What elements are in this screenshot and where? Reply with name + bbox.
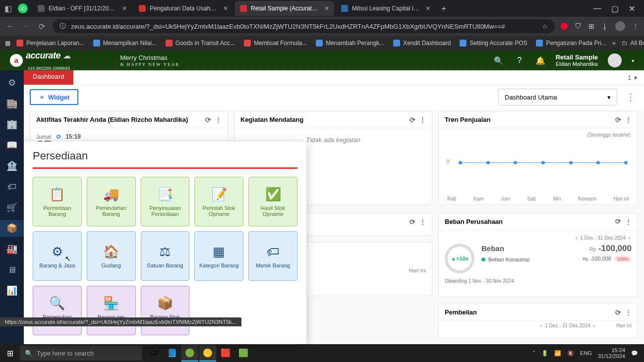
taskbar-chrome-icon[interactable]: 🟢	[181, 345, 198, 362]
tile-kategori-barang[interactable]: ▦Kategori Barang	[194, 231, 243, 281]
kebab-menu-icon[interactable]: ⋮	[623, 92, 638, 103]
tab-dashboard[interactable]: Dashboard	[24, 70, 73, 85]
all-bookmarks-button[interactable]: 🗀All Bookmarks	[619, 39, 644, 48]
sidebar-book-icon[interactable]: 📖	[0, 137, 24, 154]
tab-3[interactable]: Mitsui Leasing Capital Indonesi ✕	[336, 1, 435, 16]
volume-icon[interactable]: 🔇	[567, 350, 574, 357]
close-icon[interactable]: ✕	[324, 5, 329, 12]
star-icon[interactable]: ☆	[542, 23, 548, 30]
sidebar-bank-icon[interactable]: 🏦	[0, 157, 24, 174]
close-icon[interactable]: ✕	[122, 5, 127, 12]
url-input[interactable]: ⓘ zeus.accurate.id/accurate/?_dsi=Uk5Hej…	[53, 19, 555, 33]
prev-period-icon[interactable]: ‹	[539, 323, 543, 328]
dashboard-select[interactable]: Dashboard Utama ▾	[498, 89, 617, 105]
taskbar-notepad-icon[interactable]: 📘	[164, 345, 180, 362]
profile-icon[interactable]	[615, 21, 625, 31]
bookmark-item[interactable]: Pengaturan Pada Pri...	[533, 39, 609, 48]
tile-merek-barang[interactable]: 🏷Merek Barang	[248, 231, 297, 281]
tray-chevron-icon[interactable]: ˄	[532, 350, 535, 357]
bookmark-item[interactable]: Menampilkan Nilai...	[90, 39, 160, 48]
add-widget-button[interactable]: ＋ Widget	[30, 89, 78, 105]
notifications-icon[interactable]: 💬	[631, 350, 638, 357]
apps-icon[interactable]: ▦	[5, 40, 10, 47]
tile-permintaan-barang[interactable]: 📋Permintaan Barang	[33, 177, 82, 226]
sidebar-cashier-icon[interactable]: 🏬	[0, 95, 24, 112]
maximize-icon[interactable]: ▢	[611, 4, 619, 13]
refresh-icon[interactable]: ⟳	[615, 309, 621, 316]
taskbar-search[interactable]: 🔍 Type here to search	[20, 346, 142, 361]
refresh-icon[interactable]: ⟳	[410, 218, 415, 226]
avatar[interactable]	[608, 53, 622, 67]
extension-red-icon[interactable]	[561, 23, 568, 30]
next-period-icon[interactable]: ›	[592, 323, 596, 328]
bookmark-item[interactable]: Membuat Formula...	[241, 39, 310, 48]
sidebar-report-icon[interactable]: 📊	[0, 282, 24, 299]
taskbar-explorer-icon[interactable]: 🗂	[146, 345, 163, 362]
download-icon[interactable]: ⭳	[601, 22, 608, 30]
whatsapp-icon[interactable]: ✆	[18, 3, 28, 13]
close-window-icon[interactable]: ✕	[629, 4, 635, 13]
tile-gudang[interactable]: 🏠Gudang	[87, 231, 136, 281]
close-icon[interactable]: ✕	[223, 5, 228, 12]
minimize-icon[interactable]: —	[593, 4, 601, 13]
tile-barang-stok-minimum[interactable]: 📦Barang Stok Minimum	[141, 286, 190, 335]
tile-perintah-stok-opname[interactable]: 📝Perintah Stok Opname	[194, 177, 243, 226]
reload-icon[interactable]: ⟳	[37, 22, 47, 31]
bookmark-item[interactable]: Menambah Perangk...	[313, 39, 387, 48]
tile-hasil-stok-opname[interactable]: ✅Hasil Stok Opname	[248, 177, 297, 226]
bookmark-item[interactable]: Goods in Transit Acc...	[163, 39, 238, 48]
taskbar-chrome2-icon[interactable]: 🟡	[199, 345, 216, 362]
sidebar-settings-icon[interactable]: ⚙	[0, 74, 24, 91]
taskbar-excel-icon[interactable]: 🟩	[235, 345, 252, 362]
kebab-menu-icon[interactable]: ⋮	[625, 116, 632, 123]
search-icon[interactable]: 🔍	[493, 55, 504, 66]
kebab-menu-icon[interactable]: ⋮	[419, 116, 426, 123]
tile-satuan-barang[interactable]: ⚖Satuan Barang	[141, 231, 190, 281]
tile-barang-jasa[interactable]: ⚙Barang & Jasa	[33, 231, 82, 281]
sidebar-asset-icon[interactable]: 🖥	[0, 261, 24, 278]
refresh-icon[interactable]: ⟳	[410, 116, 415, 124]
tile-penyesuaian-persediaan[interactable]: 📑Penyesuaian Persediaan	[141, 177, 190, 226]
wifi-icon[interactable]: 📶	[554, 350, 561, 357]
recent-tabs-icon[interactable]: ◧	[3, 3, 13, 13]
shield-icon[interactable]: ⛉	[575, 22, 582, 30]
refresh-icon[interactable]: ⟳	[615, 217, 621, 225]
sidebar-tag-icon[interactable]: 🏷	[0, 178, 24, 195]
sidebar-factory-icon[interactable]: 🏭	[0, 241, 24, 258]
refresh-icon[interactable]: ⟳	[205, 116, 211, 124]
help-icon[interactable]: ?	[514, 55, 525, 66]
bookmark-item[interactable]: Xendit Dashboard	[390, 39, 454, 48]
tab-0[interactable]: Eldian - OFF [31/12/2024] | #86 ✕	[33, 1, 132, 16]
kebab-menu-icon[interactable]: ⋮	[625, 218, 632, 225]
taskbar-clock[interactable]: 15:24 31/12/2024	[598, 347, 625, 359]
tile-pemenuhan-pesanan[interactable]: 🔍Pemenuhan Pesanan	[33, 286, 82, 335]
kebab-menu-icon[interactable]: ⋮	[632, 22, 639, 30]
extensions-icon[interactable]: ⊞	[588, 22, 594, 30]
bell-icon[interactable]: 🔔	[535, 55, 546, 66]
prev-period-icon[interactable]: ‹	[574, 235, 579, 241]
new-tab-button[interactable]: ＋	[437, 2, 450, 15]
tab-1[interactable]: Pengaturan Data Usaha ACCUR ✕	[134, 1, 233, 16]
bookmark-item[interactable]: Setting Accurate POS	[457, 39, 530, 48]
sidebar-cart-icon[interactable]: 🛒	[0, 199, 24, 216]
next-period-icon[interactable]: ›	[627, 235, 632, 241]
lang-indicator[interactable]: ENG	[580, 350, 592, 356]
chevron-down-icon[interactable]: ▾	[634, 74, 637, 81]
bookmark-item[interactable]: Penjelasan Laporan...	[13, 39, 87, 48]
tile-barang-per-gudang[interactable]: 🏪Barang per Gudang	[87, 286, 136, 335]
sidebar-inventory-icon[interactable]: 📦	[0, 220, 24, 237]
tab-2[interactable]: Retail Sample (Accurate Online) ✕	[235, 1, 334, 16]
taskbar-pdf-icon[interactable]: 🟥	[217, 345, 234, 362]
back-icon[interactable]: ←	[5, 22, 15, 31]
battery-icon[interactable]: 🔋	[541, 350, 548, 357]
close-icon[interactable]: ✕	[425, 5, 430, 12]
kebab-menu-icon[interactable]: ⋮	[625, 309, 632, 316]
tile-pemindahan-barang[interactable]: 🚚Pemindahan Barang	[87, 177, 136, 226]
kebab-menu-icon[interactable]: ⋮	[419, 218, 426, 225]
chevron-down-icon[interactable]: ▾	[632, 58, 634, 63]
bookmark-overflow-icon[interactable]: »	[612, 40, 616, 47]
start-button[interactable]: ⊞	[0, 344, 20, 362]
site-info-icon[interactable]: ⓘ	[59, 22, 66, 31]
sidebar-building-icon[interactable]: 🏢	[0, 116, 24, 133]
kebab-menu-icon[interactable]: ⋮	[215, 116, 222, 123]
